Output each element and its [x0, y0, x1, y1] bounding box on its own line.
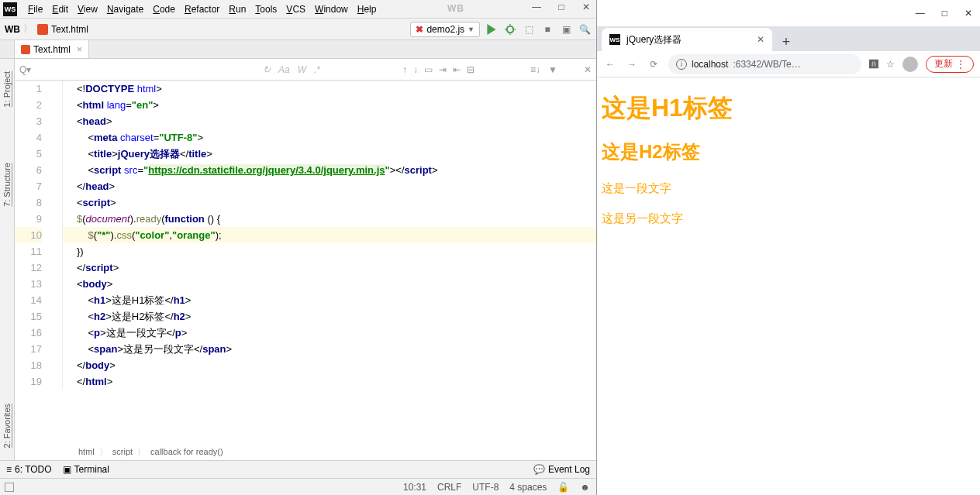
- close-tab-icon[interactable]: ✕: [757, 34, 764, 45]
- next-match-icon[interactable]: ↓: [413, 64, 418, 75]
- menu-navigate[interactable]: Navigate: [102, 2, 148, 16]
- filter-settings-icon[interactable]: ≡↓: [530, 64, 540, 75]
- toolwindows-toggle-icon[interactable]: [5, 483, 14, 492]
- code-line[interactable]: <head>: [63, 113, 596, 129]
- line-number[interactable]: 7: [15, 178, 42, 194]
- prev-match-icon[interactable]: ↑: [402, 64, 407, 75]
- code-line[interactable]: }): [63, 243, 596, 260]
- code-line[interactable]: <script src="https://cdn.staticfile.org/…: [63, 162, 596, 178]
- code-line[interactable]: <html lang="en">: [63, 97, 596, 113]
- breadcrumb-seg[interactable]: callback for ready(): [150, 444, 223, 460]
- toolwindow-eventlog[interactable]: 💬 Event Log: [533, 464, 590, 475]
- indent-settings[interactable]: 4 spaces: [509, 482, 547, 493]
- menu-vcs[interactable]: VCS: [281, 2, 310, 16]
- menu-view[interactable]: View: [73, 2, 102, 16]
- code-line[interactable]: <script>: [63, 194, 596, 211]
- search-input[interactable]: Q▾: [19, 64, 31, 75]
- line-number[interactable]: 12: [15, 260, 42, 276]
- window-maximize-icon[interactable]: □: [556, 2, 567, 12]
- toggle-selection-icon[interactable]: ⊟: [467, 64, 474, 75]
- window-minimize-icon[interactable]: ―: [916, 8, 925, 19]
- menu-help[interactable]: Help: [353, 2, 381, 16]
- browser-tab-active[interactable]: WS jQuery选择器 ✕: [602, 28, 772, 51]
- update-button[interactable]: 更新 ⋮: [926, 56, 974, 73]
- line-number[interactable]: 14: [15, 292, 42, 308]
- file-encoding[interactable]: UTF-8: [472, 482, 499, 493]
- code-line[interactable]: <title>jQuery选择器</title>: [63, 146, 596, 162]
- inspections-icon[interactable]: ☻: [580, 482, 590, 493]
- bookmark-star-icon[interactable]: ☆: [886, 59, 895, 70]
- line-number[interactable]: 1: [15, 81, 42, 97]
- breadcrumb[interactable]: WB 〉 Text.html: [5, 22, 88, 36]
- code-line[interactable]: <meta charset="UTF-8">: [63, 129, 596, 146]
- search-everywhere-button[interactable]: 🔍: [578, 22, 592, 36]
- line-number[interactable]: 15: [15, 308, 42, 325]
- breadcrumb-seg[interactable]: html: [78, 444, 95, 460]
- line-separator[interactable]: CRLF: [437, 482, 461, 493]
- toolwindow-project[interactable]: 1: Project: [2, 67, 12, 112]
- toolwindow-terminal[interactable]: ▣ Terminal: [63, 464, 109, 475]
- address-bar[interactable]: i localhost:63342/WB/Te…: [668, 54, 861, 74]
- code-line[interactable]: <body>: [63, 276, 596, 292]
- toolwindow-favorites[interactable]: 2: Favorites: [2, 399, 12, 452]
- reload-button[interactable]: ⟳: [647, 59, 661, 70]
- regex-icon[interactable]: .*: [314, 64, 320, 75]
- remove-selection-icon[interactable]: ⇤: [453, 64, 461, 75]
- code-line[interactable]: </body>: [63, 357, 596, 373]
- code-line[interactable]: <span>这是另一段文字</span>: [63, 341, 596, 357]
- code-line[interactable]: <h2>这是H2标签</h2>: [63, 308, 596, 325]
- line-number[interactable]: 3: [15, 113, 42, 129]
- select-all-icon[interactable]: ▭: [424, 64, 433, 75]
- menu-run[interactable]: Run: [224, 2, 250, 16]
- toolwindow-todo[interactable]: ≡ 6: TODO: [6, 464, 52, 475]
- line-number[interactable]: 10: [15, 227, 42, 243]
- menu-code[interactable]: Code: [148, 2, 180, 16]
- window-close-icon[interactable]: ✕: [964, 8, 972, 19]
- run-config-selector[interactable]: ✖ demo2.js ▼: [410, 22, 480, 37]
- window-minimize-icon[interactable]: ―: [531, 2, 542, 12]
- forward-button[interactable]: →: [625, 59, 639, 70]
- readonly-lock-icon[interactable]: 🔓: [557, 482, 569, 493]
- coverage-button[interactable]: ⬚: [522, 22, 536, 36]
- words-icon[interactable]: W: [298, 64, 306, 75]
- site-info-icon[interactable]: i: [676, 59, 687, 70]
- line-number[interactable]: 13: [15, 276, 42, 292]
- line-number[interactable]: 19: [15, 373, 42, 390]
- close-findbar-icon[interactable]: ✕: [584, 64, 592, 75]
- breadcrumb-seg[interactable]: script: [112, 444, 133, 460]
- window-maximize-icon[interactable]: □: [942, 8, 947, 19]
- caret-position[interactable]: 10:31: [403, 482, 426, 493]
- line-number[interactable]: 17: [15, 341, 42, 357]
- match-case-icon[interactable]: Aa: [278, 64, 290, 75]
- filter-icon[interactable]: ▼: [548, 64, 557, 75]
- regex-history-icon[interactable]: ↻: [263, 64, 271, 75]
- menu-file[interactable]: File: [23, 2, 47, 16]
- line-number[interactable]: 6: [15, 162, 42, 178]
- code-line[interactable]: </html>: [63, 373, 596, 390]
- code-line[interactable]: </script>: [63, 260, 596, 276]
- line-number[interactable]: 2: [15, 97, 42, 113]
- toolwindow-structure[interactable]: 7: Structure: [2, 158, 12, 211]
- editor-breadcrumb[interactable]: html〉script〉callback for ready(): [78, 443, 223, 460]
- line-number[interactable]: 5: [15, 146, 42, 162]
- close-tab-icon[interactable]: ×: [77, 44, 82, 55]
- layout-button[interactable]: ▣: [559, 22, 573, 36]
- profile-avatar-icon[interactable]: [902, 57, 918, 72]
- code-line[interactable]: <h1>这是H1标签</h1>: [63, 292, 596, 308]
- menu-tools[interactable]: Tools: [250, 2, 281, 16]
- code-line[interactable]: $("*").css("color","orange");: [63, 227, 596, 243]
- run-button[interactable]: [485, 22, 499, 36]
- code-line[interactable]: </head>: [63, 178, 596, 194]
- back-button[interactable]: ←: [603, 59, 617, 70]
- line-number[interactable]: 11: [15, 243, 42, 260]
- editor-tab-active[interactable]: Text.html ×: [15, 40, 89, 58]
- code-line[interactable]: <p>这是一段文字</p>: [63, 325, 596, 341]
- line-number[interactable]: 18: [15, 357, 42, 373]
- line-number[interactable]: 16: [15, 325, 42, 341]
- menu-window[interactable]: Window: [310, 2, 353, 16]
- new-tab-button[interactable]: +: [777, 33, 795, 51]
- code-line[interactable]: $(document).ready(function () {: [63, 211, 596, 227]
- menu-edit[interactable]: Edit: [47, 2, 73, 16]
- window-close-icon[interactable]: ✕: [581, 2, 592, 12]
- menu-refactor[interactable]: Refactor: [180, 2, 224, 16]
